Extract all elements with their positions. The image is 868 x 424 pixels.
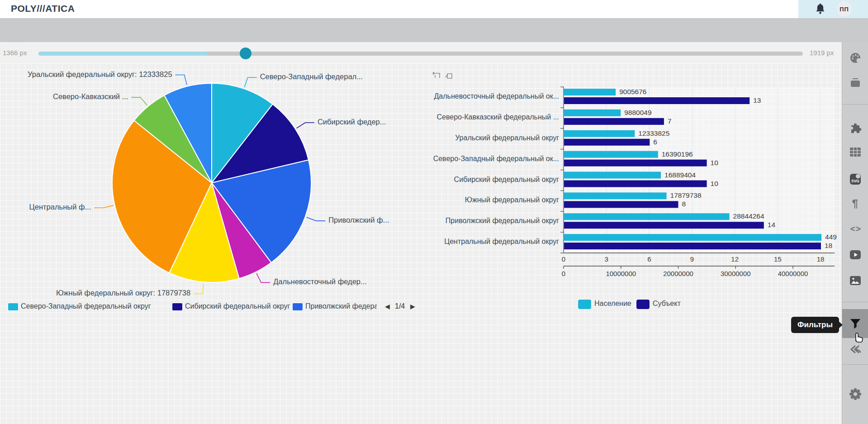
plugins-puzzle-icon[interactable] xyxy=(842,119,868,135)
pie-callout-line xyxy=(256,273,270,283)
app-logo: POLY///ATICA xyxy=(11,3,75,14)
charts-svg xyxy=(0,63,842,424)
pie-legend-label[interactable]: Сибирский федеральный округ xyxy=(185,302,297,310)
width-slider-fill xyxy=(38,52,207,56)
width-slider-track[interactable] xyxy=(38,52,803,56)
bar-subject[interactable] xyxy=(564,222,764,229)
widget-rotate-icon[interactable] xyxy=(444,71,453,81)
project-toolbar: Первый проект Сетка Сохранить xyxy=(0,18,868,42)
image-widget-icon[interactable] xyxy=(842,273,868,288)
pie-callout-line xyxy=(297,123,314,128)
video-widget-icon[interactable] xyxy=(842,247,868,262)
bar-population[interactable] xyxy=(564,213,730,220)
filters-icon[interactable] xyxy=(842,316,868,331)
svg-widget-icon[interactable]: SVG xyxy=(842,172,868,187)
bar-subject[interactable] xyxy=(564,118,664,125)
pie-legend-label[interactable]: Приволжский федера xyxy=(305,302,377,310)
bar-population[interactable] xyxy=(564,130,635,137)
pie-callout-line xyxy=(194,283,204,294)
table-widget-icon[interactable] xyxy=(842,144,868,160)
pie-callout-line xyxy=(131,97,147,105)
pie-legend-swatch[interactable] xyxy=(172,303,183,311)
pie-callout-line xyxy=(244,77,257,87)
bar-subject[interactable] xyxy=(564,160,707,167)
tooltip-arrow xyxy=(839,321,843,329)
app-header: POLY///ATICA ПП xyxy=(0,0,868,18)
bar-subject[interactable] xyxy=(564,139,650,146)
settings-gear-icon[interactable] xyxy=(842,386,868,402)
bar-subject[interactable] xyxy=(564,201,678,208)
sidebar-divider xyxy=(842,104,868,105)
slider-current-width-label: 1366 px xyxy=(3,49,27,57)
undo-history-icon[interactable] xyxy=(842,342,868,357)
bar-subject[interactable] xyxy=(564,181,707,187)
widgets-tray-icon[interactable] xyxy=(842,75,868,91)
notifications-bell-icon[interactable] xyxy=(815,3,826,15)
bar-population[interactable] xyxy=(564,110,621,116)
filters-tooltip-label: Фильтры xyxy=(797,320,833,329)
bar-legend-label[interactable]: Субъект xyxy=(653,300,681,308)
pie-legend-prev-icon[interactable]: ◀ xyxy=(385,303,390,310)
sidebar-divider xyxy=(842,302,868,302)
pie-legend-next-icon[interactable]: ▶ xyxy=(410,303,415,310)
code-embed-icon[interactable]: < > xyxy=(842,221,868,237)
filters-tooltip: Фильтры xyxy=(791,317,839,333)
bar-legend-swatch[interactable] xyxy=(578,299,592,310)
bar-population[interactable] xyxy=(564,192,667,199)
dashboard-canvas: Северо-Западный федерал...Сибирский феде… xyxy=(0,63,842,424)
bar-population[interactable] xyxy=(564,234,821,241)
pie-callout-line xyxy=(94,205,113,208)
bar-legend-swatch[interactable] xyxy=(636,299,650,310)
widget-resize-icon[interactable] xyxy=(432,71,441,81)
right-toolbar: SVG ¶ < > xyxy=(842,42,868,424)
slider-max-width-label: 1919 px xyxy=(810,49,834,57)
header-right-panel: ПП xyxy=(798,0,868,18)
pie-legend-label[interactable]: Северо-Западный федеральный округ xyxy=(21,302,177,310)
canvas-width-slider-row: 1366 px 1919 px xyxy=(0,42,868,63)
width-slider-handle[interactable] xyxy=(240,48,251,59)
bar-legend-label[interactable]: Население xyxy=(594,300,631,308)
bar-population[interactable] xyxy=(564,89,616,95)
bar-population[interactable] xyxy=(564,172,661,179)
bar-population[interactable] xyxy=(564,151,658,158)
text-pilcrow-icon[interactable]: ¶ xyxy=(842,196,868,211)
style-palette-icon[interactable] xyxy=(842,50,868,66)
bar-subject[interactable] xyxy=(564,243,821,249)
bar-subject[interactable] xyxy=(564,97,749,104)
svg-text:SVG: SVG xyxy=(851,179,859,183)
pie-callout-line xyxy=(307,217,326,221)
pie-legend-swatch[interactable] xyxy=(292,303,303,311)
user-avatar[interactable]: ПП xyxy=(837,1,852,17)
sidebar-divider xyxy=(842,364,868,365)
pie-callout-line xyxy=(175,75,187,85)
pie-legend-swatch[interactable] xyxy=(8,303,19,311)
app: POLY///ATICA ПП Первый проект xyxy=(0,0,868,424)
